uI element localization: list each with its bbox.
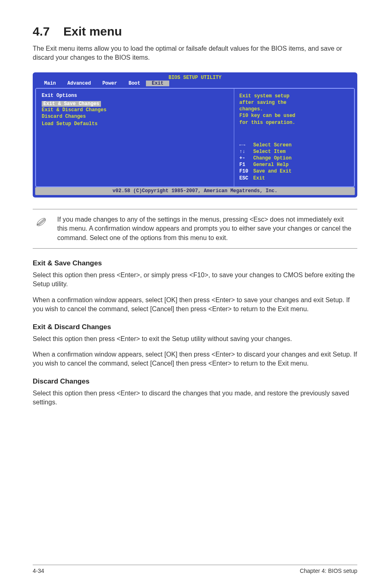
subhead: Exit & Save Changes bbox=[33, 259, 357, 267]
nav-row: ↑↓Select Item bbox=[239, 148, 349, 155]
note-pencil-icon bbox=[34, 215, 48, 242]
bios-item-exit-save: Exit & Save Changes bbox=[42, 101, 101, 107]
nav-row: F1General Help bbox=[239, 162, 349, 168]
bios-tab-exit: Exit bbox=[146, 81, 169, 86]
page-number: 4-34 bbox=[33, 568, 44, 574]
nav-row: ←→Select Screen bbox=[239, 142, 349, 148]
note-text: If you made changes to any of the settin… bbox=[57, 215, 356, 242]
nav-key: F1 bbox=[239, 162, 251, 168]
paragraph: When a confirmation window appears, sele… bbox=[33, 350, 357, 368]
section-number: 4.7 bbox=[33, 25, 50, 38]
bios-options-heading: Exit Options bbox=[42, 93, 228, 99]
nav-row: F10Save and Exit bbox=[239, 168, 349, 175]
nav-key: ESC bbox=[239, 175, 251, 182]
section-title: 4.7 Exit menu bbox=[33, 25, 357, 38]
bios-copyright: v02.58 (C)Copyright 1985-2007, American … bbox=[35, 187, 355, 195]
group-discard: Discard Changes Select this option then … bbox=[33, 377, 357, 407]
bios-frame: Exit Options Exit & Save Changes Exit & … bbox=[35, 88, 355, 187]
nav-row: ESCExit bbox=[239, 175, 349, 182]
bios-tab-power: Power bbox=[96, 81, 123, 86]
nav-text: Select Item bbox=[253, 148, 285, 155]
bios-tab-main: Main bbox=[38, 81, 62, 86]
nav-key: ←→ bbox=[239, 142, 251, 148]
bios-tab-bar: Main Advanced Power Boot Exit bbox=[33, 81, 357, 88]
desc-line: F10 key can be used bbox=[239, 112, 349, 119]
bios-item-discard: Discard Changes bbox=[42, 113, 228, 120]
section-intro: The Exit menu items allow you to load th… bbox=[33, 44, 357, 63]
bios-nav-help: ←→Select Screen ↑↓Select Item +-Change O… bbox=[239, 142, 349, 182]
page-footer: 4-34 Chapter 4: BIOS setup bbox=[33, 565, 357, 574]
bios-item-exit-discard: Exit & Discard Changes bbox=[42, 107, 228, 113]
paragraph: Select this option then press <Enter>, o… bbox=[33, 271, 357, 289]
group-exit-save: Exit & Save Changes Select this option t… bbox=[33, 259, 357, 314]
bios-item-load-defaults: Load Setup Defaults bbox=[42, 121, 228, 127]
chapter-label: Chapter 4: BIOS setup bbox=[300, 568, 357, 574]
nav-text: Save and Exit bbox=[253, 168, 291, 175]
nav-key: ↑↓ bbox=[239, 148, 251, 155]
section-heading: Exit menu bbox=[63, 25, 122, 38]
bios-tab-boot: Boot bbox=[123, 81, 146, 86]
nav-text: Exit bbox=[253, 175, 265, 182]
paragraph: Select this option then press <Enter> to… bbox=[33, 334, 357, 343]
bios-screenshot: BIOS SETUP UTILITY Main Advanced Power B… bbox=[33, 72, 357, 197]
nav-text: Select Screen bbox=[253, 142, 291, 148]
note-block: If you made changes to any of the settin… bbox=[33, 209, 357, 249]
bios-right-pane: Exit system setup after saving the chang… bbox=[234, 89, 354, 187]
desc-line: for this operation. bbox=[239, 119, 349, 126]
nav-key: F10 bbox=[239, 168, 251, 175]
subhead: Exit & Discard Changes bbox=[33, 323, 357, 331]
nav-text: General Help bbox=[253, 162, 288, 168]
subhead: Discard Changes bbox=[33, 377, 357, 386]
bios-tab-advanced: Advanced bbox=[62, 81, 97, 86]
paragraph: When a confirmation window appears, sele… bbox=[33, 296, 357, 314]
nav-row: +-Change Option bbox=[239, 155, 349, 162]
desc-line: changes. bbox=[239, 106, 349, 112]
bios-title: BIOS SETUP UTILITY bbox=[33, 72, 357, 81]
group-exit-discard: Exit & Discard Changes Select this optio… bbox=[33, 323, 357, 368]
paragraph: Select this option then press <Enter> to… bbox=[33, 389, 357, 407]
bios-left-pane: Exit Options Exit & Save Changes Exit & … bbox=[36, 89, 234, 187]
bios-description: Exit system setup after saving the chang… bbox=[239, 93, 349, 126]
desc-line: Exit system setup bbox=[239, 93, 349, 99]
desc-line: after saving the bbox=[239, 99, 349, 106]
svg-rect-1 bbox=[38, 218, 45, 225]
nav-key: +- bbox=[239, 155, 251, 162]
bios-body: Exit Options Exit & Save Changes Exit & … bbox=[36, 88, 354, 187]
nav-text: Change Option bbox=[253, 155, 291, 162]
